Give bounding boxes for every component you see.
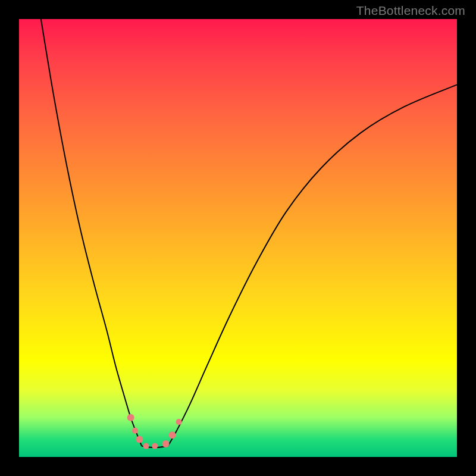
marker-dot: [152, 443, 158, 449]
chart-container: TheBottleneck.com: [0, 0, 476, 476]
marker-dot: [136, 436, 143, 443]
curve-left-branch: [41, 19, 142, 446]
marker-dot: [132, 428, 138, 434]
plot-area: [19, 19, 457, 457]
marker-dot: [143, 443, 149, 449]
marker-group: [127, 414, 182, 449]
curve-right-branch: [168, 84, 457, 446]
marker-dot: [162, 440, 170, 447]
marker-dot: [169, 431, 176, 439]
curve-layer: [19, 19, 457, 457]
watermark-text: TheBottleneck.com: [356, 4, 465, 18]
marker-dot: [127, 414, 134, 421]
marker-dot: [176, 419, 182, 425]
